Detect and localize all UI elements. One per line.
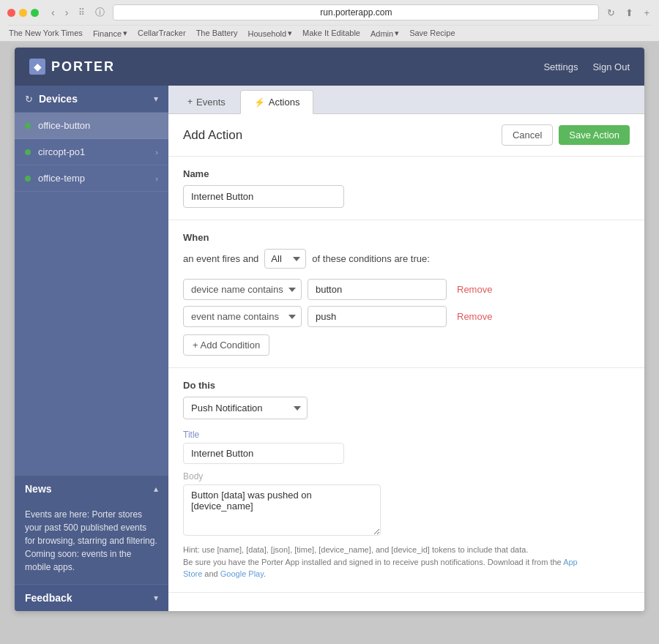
bookmarks-bar: The New York Times Finance ▾ CellarTrack… [7,25,652,41]
app-wrapper: ◆ PORTER Settings Sign Out ↻ Devices ▾ o… [15,48,644,611]
condition-1-type-select[interactable]: device name contains event name contains [183,279,302,300]
sidebar-news-section: News ▴ Events are here: Porter stores yo… [15,475,168,584]
google-play-label[interactable]: Google Play [220,569,264,578]
bookmark-battery[interactable]: The Battery [196,29,238,38]
browser-chrome: ‹ › ⠿ ⓘ run.porterapp.com ↻ ⬆ + The New … [0,0,659,42]
device-name-label: office-temp [38,173,155,184]
condition-2-type-select[interactable]: event name contains device name contains [183,306,302,327]
minimize-dot[interactable] [19,9,27,17]
sidebar-devices-title: Devices [39,93,154,105]
bookmark-household[interactable]: Household ▾ [247,29,292,38]
notification-title-input[interactable] [183,443,344,464]
notification-title-label: Title [183,430,630,440]
sidebar-device-circopt[interactable]: circopt-po1 › [15,139,168,165]
bookmark-admin[interactable]: Admin ▾ [371,29,399,38]
news-chevron-icon: ▴ [154,484,158,494]
sidebar-device-office-temp[interactable]: office-temp › [15,165,168,192]
when-label: When [183,232,630,243]
sidebar-devices-list: office-button circopt-po1 › office-temp … [15,113,168,475]
name-input[interactable] [183,185,344,208]
hint-text-main: Hint: use [name], [data], [json], [time]… [183,545,528,554]
save-action-button[interactable]: Save Action [559,125,630,145]
sidebar-devices-header[interactable]: ↻ Devices ▾ [15,86,168,113]
device-chevron-icon: › [155,174,158,183]
tab-events-icon: + [187,97,193,107]
maximize-dot[interactable] [31,9,39,17]
sidebar-feedback-title: Feedback [25,592,154,604]
add-condition-button[interactable]: + Add Condition [183,334,269,356]
device-chevron-icon: › [155,148,158,157]
tabs-bar: + Events ⚡ Actions [168,86,644,114]
do-this-section: Do this Push Notification Email SMS Titl… [168,368,644,593]
when-condition-type-select[interactable]: All Any [264,249,306,269]
when-section: When an event fires and All Any of these… [168,220,644,368]
browser-titlebar: ‹ › ⠿ ⓘ run.porterapp.com ↻ ⬆ + [7,4,652,20]
do-this-select-wrap: Push Notification Email SMS [183,397,630,419]
add-tab-button[interactable]: + [641,7,652,18]
tab-events[interactable]: + Events [174,90,239,113]
device-status-dot [25,176,31,181]
bookmark-cellar[interactable]: CellarTracker [138,29,186,38]
header-actions: Settings Sign Out [543,61,630,72]
condition-row-1: device name contains event name contains… [183,279,630,300]
do-this-label: Do this [183,380,630,391]
device-status-dot [25,123,31,129]
devices-chevron-icon: ▾ [154,94,158,104]
logo-icon: ◆ [29,59,45,75]
sidebar-news-content: Events are here: Porter stores your past… [15,502,168,584]
settings-link[interactable]: Settings [543,61,578,72]
device-name-label: office-button [38,120,158,131]
tab-actions-icon: ⚡ [254,97,265,108]
logo-text: PORTER [51,59,115,75]
remove-condition-1-button[interactable]: Remove [453,281,496,298]
device-name-label: circopt-po1 [38,146,155,157]
sidebar-news-header[interactable]: News ▴ [15,475,168,502]
sidebar-device-office-button[interactable]: office-button [15,113,168,139]
tab-events-label: Events [196,97,226,108]
app-header: ◆ PORTER Settings Sign Out [15,48,644,86]
remove-condition-2-button[interactable]: Remove [453,308,496,325]
hint-text: Hint: use [name], [data], [json], [time]… [183,544,578,580]
do-this-type-select[interactable]: Push Notification Email SMS [183,397,308,419]
refresh-button[interactable]: ↻ [605,7,617,18]
bookmark-finance[interactable]: Finance ▾ [93,29,127,38]
sidebar-feedback[interactable]: Feedback ▾ [15,584,168,611]
conditions-area: device name contains event name contains… [183,279,630,327]
when-suffix-text: of these conditions are true: [312,253,429,264]
share-button[interactable]: ⬆ [623,7,636,18]
action-form-title: Add Action [183,128,502,143]
condition-1-value-input[interactable] [308,279,447,300]
refresh-icon[interactable]: ↻ [25,94,33,105]
action-header: Add Action Cancel Save Action [168,114,644,157]
app-body: ↻ Devices ▾ office-button circopt-po1 › … [15,86,644,611]
name-label: Name [183,168,630,179]
grid-button[interactable]: ⠿ [76,7,87,18]
when-row: an event fires and All Any of these cond… [183,249,630,269]
close-dot[interactable] [7,9,15,17]
forward-button[interactable]: › [63,7,71,18]
content-area: Add Action Cancel Save Action Name When … [168,114,644,611]
feedback-chevron-icon: ▾ [154,593,158,603]
condition-row-2: event name contains device name contains… [183,306,630,327]
info-button[interactable]: ⓘ [93,6,107,19]
signout-link[interactable]: Sign Out [592,61,630,72]
sidebar: ↻ Devices ▾ office-button circopt-po1 › … [15,86,168,611]
notification-body-label: Body [183,471,630,482]
bookmark-editable[interactable]: Make It Editable [302,29,360,38]
back-button[interactable]: ‹ [49,7,57,18]
sidebar-news-title: News [25,483,154,495]
bookmark-recipe[interactable]: Save Recipe [409,29,455,38]
device-status-dot [25,149,31,155]
cancel-button[interactable]: Cancel [502,124,553,146]
address-bar[interactable]: run.porterapp.com [113,4,599,20]
tab-actions[interactable]: ⚡ Actions [240,90,314,114]
tab-actions-label: Actions [269,97,300,108]
hint-period: . [264,569,266,578]
bookmark-nyt[interactable]: The New York Times [9,29,83,38]
when-prefix-text: an event fires and [183,253,258,264]
condition-2-value-input[interactable] [308,306,447,327]
notification-body-textarea[interactable]: Button [data] was pushed on [device_name… [183,484,381,536]
hint-text-prefix: Be sure you have the Porter App installe… [183,558,562,566]
app-logo: ◆ PORTER [29,59,543,75]
browser-dots [7,9,39,17]
